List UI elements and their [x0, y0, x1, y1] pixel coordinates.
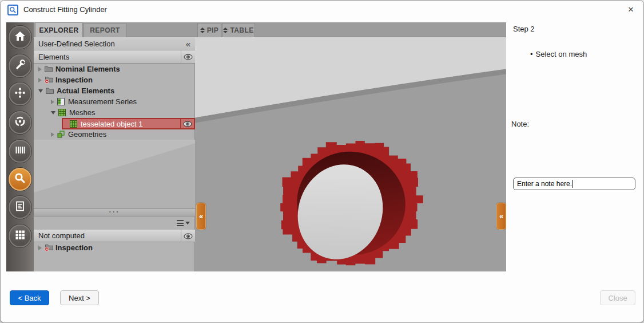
expand-arrow-icon[interactable]	[38, 78, 42, 82]
construct-button[interactable]	[9, 168, 31, 191]
tree-row-nominal-elements[interactable]: Nominal Elements	[34, 64, 195, 74]
expand-arrow-icon[interactable]	[51, 132, 54, 137]
dock-updown-icon	[223, 27, 228, 33]
tab-pip[interactable]: PIP	[197, 23, 221, 37]
app-magnifier-icon	[7, 5, 18, 15]
panel-splitter[interactable]: ···	[34, 208, 195, 216]
list-options-button[interactable]	[177, 218, 192, 228]
note-input[interactable]: Enter a note here.	[513, 178, 635, 190]
alignment-button[interactable]	[9, 82, 31, 105]
report-view-button[interactable]	[9, 196, 31, 219]
object-visibility-toggle[interactable]	[180, 119, 194, 128]
tree-row-inspection-bottom[interactable]: Inspection	[34, 242, 195, 253]
titlebar: Construct Fitting Cylinder ×	[1, 1, 643, 19]
selection-toolbar	[34, 216, 195, 230]
eye-icon	[184, 54, 193, 60]
measurement-series-icon	[57, 98, 65, 105]
home-button[interactable]	[9, 26, 31, 49]
alignment-cross-icon	[14, 86, 26, 101]
tree-row-inspection[interactable]: Inspection	[34, 74, 195, 85]
folder-icon	[45, 65, 53, 73]
apps-button[interactable]	[9, 224, 31, 247]
dropdown-arrow-icon	[185, 222, 190, 224]
note-label: Note:	[511, 120, 529, 128]
expand-arrow-icon[interactable]	[38, 246, 42, 250]
expand-arrow-icon[interactable]	[51, 100, 54, 104]
close-button[interactable]: Close	[600, 290, 635, 305]
tab-report[interactable]: REPORT	[84, 23, 126, 37]
apps-grid-icon	[14, 229, 26, 243]
probing-button[interactable]	[9, 111, 31, 134]
explorer-panel: User-Defined Selection « Elements Nomina…	[34, 37, 195, 271]
geometry-icon	[57, 131, 65, 138]
measure-scale-icon	[14, 144, 26, 159]
window-title: Construct Fitting Cylinder	[23, 5, 107, 14]
tree-row-actual-elements[interactable]: Actual Elements	[34, 85, 195, 96]
eye-icon	[184, 233, 193, 239]
probing-rotation-icon	[14, 115, 26, 130]
eye-icon	[183, 121, 192, 127]
collapse-right-panel-handle[interactable]: «	[496, 202, 507, 230]
sidebar	[6, 22, 34, 271]
tools-wrench-icon	[14, 58, 26, 73]
tree-empty-area	[34, 140, 195, 208]
home-icon	[14, 30, 26, 45]
step-panel: Step 2 •Select on mesh Note: Enter a not…	[506, 19, 644, 271]
close-window-button[interactable]: ×	[623, 2, 639, 18]
not-computed-header: Not computed	[34, 230, 195, 242]
tab-explorer[interactable]: EXPLORER	[35, 22, 83, 37]
folder-blocked-icon	[45, 244, 53, 251]
tree-row-measurement-series[interactable]: Measurement Series	[34, 96, 195, 107]
tree-row-tesselated-object-selected[interactable]: tesselated object 1	[62, 118, 195, 129]
mesh-icon	[70, 120, 78, 128]
note-input-value: Enter a note here.	[517, 180, 572, 188]
report-document-icon	[14, 200, 26, 215]
measure-button[interactable]	[9, 140, 31, 163]
collapse-panel-button[interactable]: «	[186, 40, 190, 48]
mesh-icon	[58, 109, 66, 116]
not-computed-label: Not computed	[38, 231, 85, 240]
next-button[interactable]: Next >	[60, 290, 99, 305]
list-icon	[177, 220, 184, 226]
folder-blocked-icon	[45, 76, 53, 84]
elements-visibility-toggle[interactable]	[181, 50, 195, 63]
bullet: •	[530, 50, 533, 58]
back-button[interactable]: < Back	[10, 290, 49, 305]
step-title: Step 2	[513, 25, 535, 33]
tab-table[interactable]: TABLE	[222, 23, 255, 37]
collapse-arrow-icon[interactable]	[38, 89, 43, 93]
expand-arrow-icon[interactable]	[38, 67, 42, 72]
collapse-arrow-icon[interactable]	[51, 111, 55, 115]
selection-header-label: User-Defined Selection	[38, 40, 115, 48]
step-instruction: •Select on mesh	[530, 50, 587, 58]
construct-search-icon	[13, 171, 27, 187]
elements-header-label: Elements	[38, 53, 69, 61]
selection-header: User-Defined Selection «	[34, 37, 195, 50]
viewport-3d[interactable]	[195, 37, 506, 271]
dock-updown-icon	[200, 27, 205, 33]
text-caret	[573, 180, 573, 188]
construct-fitting-cylinder-dialog: Construct Fitting Cylinder ×	[0, 0, 644, 323]
tools-button[interactable]	[9, 54, 31, 77]
tree-row-geometries[interactable]: Geometries	[34, 129, 195, 140]
elements-header: Elements	[34, 50, 195, 64]
tree-row-meshes[interactable]: Meshes	[34, 107, 195, 118]
collapse-left-panel-handle[interactable]: «	[196, 202, 206, 230]
folder-icon	[46, 87, 54, 94]
tabbar: EXPLORER REPORT PIP TABLE	[34, 22, 506, 37]
not-computed-visibility-toggle[interactable]	[181, 230, 195, 242]
